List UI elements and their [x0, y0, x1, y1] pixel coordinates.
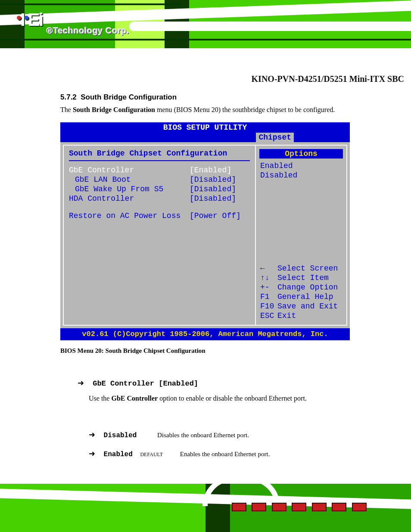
chip-icon — [332, 503, 346, 511]
desc-post: option to enable or disable the onboard … — [158, 395, 307, 402]
chip-icon — [352, 503, 367, 511]
trace-line — [0, 3, 181, 5]
options-list: Enabled Disabled — [256, 161, 346, 180]
help-row: ↑↓Select Item — [260, 273, 342, 283]
bios-help-keys: ←Select Screen ↑↓Select Item +-Change Op… — [260, 264, 342, 320]
options-header: Options — [259, 149, 343, 159]
chip-icon — [292, 503, 306, 511]
row-value: [Disabled] — [190, 194, 236, 203]
trace-line — [0, 39, 411, 40]
help-row: F1General Help — [260, 292, 342, 302]
section-number: 5.7.2 — [60, 93, 77, 101]
section-title: South Bridge Configuration — [81, 93, 177, 101]
row-label: GbE Controller — [69, 165, 190, 175]
desc-bold: GbE Controller — [111, 395, 158, 402]
row-label: Restore on AC Power Loss — [69, 211, 190, 221]
chip-icon — [232, 503, 246, 511]
bios-left-panel: South Bridge Chipset Configuration GbE C… — [63, 145, 255, 326]
help-row: +-Change Option — [260, 283, 342, 292]
header-swoosh — [129, 22, 411, 31]
opt-desc: Enables the onboard Ethernet port. — [180, 451, 270, 457]
chip-icon — [272, 503, 286, 511]
bios-title: BIOS SETUP UTILITY — [60, 122, 350, 133]
opt-name: Enabled — [104, 451, 133, 458]
row-label: GbE Wake Up From S5 — [69, 184, 190, 194]
bios-row-restore-ac[interactable]: Restore on AC Power Loss [Power Off] — [64, 211, 255, 221]
logo: •I•iEiEi — [16, 9, 42, 30]
chip-icon — [252, 503, 266, 511]
option-item-enabled: ➜ Enabled DEFAULT Enables the onboard Et… — [89, 449, 270, 458]
help-text: Save and Exit — [277, 302, 338, 311]
help-text: Select Item — [277, 274, 329, 282]
help-key: ESC — [260, 311, 277, 320]
option-item-disabled: ➜ Disabled Disables the onboard Ethernet… — [89, 430, 249, 439]
bios-rule — [69, 160, 250, 161]
bios-row-gbe-lan-boot[interactable]: GbE LAN Boot [Disabled] — [64, 175, 255, 184]
arrow-icon: ➜ — [89, 449, 95, 458]
bios-tab-chipset[interactable]: Chipset — [256, 133, 294, 142]
opt-name: Disabled — [104, 432, 137, 439]
bios-footer: v02.61 (C)Copyright 1985-2006, American … — [60, 328, 350, 340]
help-key: +- — [260, 283, 277, 292]
help-row: ESCExit — [260, 311, 342, 320]
help-text: Exit — [277, 311, 296, 320]
help-key: ↑↓ — [260, 273, 277, 283]
spacer — [64, 203, 255, 211]
help-key: ← — [260, 264, 277, 273]
page-root: { "header": { "brand_text": "®Technology… — [0, 0, 411, 532]
opt-tag: DEFAULT — [140, 451, 163, 457]
help-row: F10Save and Exit — [260, 302, 342, 311]
brand-text: ®Technology Corp. — [47, 26, 129, 36]
row-value: [Disabled] — [190, 175, 236, 184]
figure-caption: BIOS Menu 20: South Bridge Chipset Confi… — [60, 347, 206, 355]
row-value: [Power Off] — [190, 211, 241, 221]
help-text: Change Option — [277, 283, 338, 292]
row-value: [Enabled] — [190, 165, 231, 175]
option-enabled[interactable]: Enabled — [260, 161, 342, 171]
help-text: Select Screen — [277, 264, 338, 273]
opt-desc: Disables the onboard Ethernet port. — [157, 432, 249, 439]
footer-decoration — [0, 484, 411, 532]
lead-bold: South Bridge Configuration — [73, 106, 155, 113]
row-label: HDA Controller — [69, 194, 190, 203]
header-decoration: •I•iEiEi ®Technology Corp. — [0, 0, 411, 48]
help-text: General Help — [277, 292, 333, 301]
bios-screenshot: BIOS SETUP UTILITY Chipset South Bridge … — [60, 122, 350, 340]
option-heading: ➜ GbE Controller [Enabled] — [78, 378, 198, 388]
bios-row-hda-controller[interactable]: HDA Controller [Disabled] — [64, 194, 255, 203]
logo-dot-blue: • — [24, 9, 28, 26]
bios-right-panel: Options Enabled Disabled ←Select Screen … — [255, 145, 347, 326]
desc-pre: Use the — [89, 395, 111, 402]
option-disabled[interactable]: Disabled — [260, 171, 342, 180]
lead-post: menu (BIOS Menu 20) the southbridge chip… — [155, 106, 335, 113]
row-label: GbE LAN Boot — [69, 175, 190, 184]
chip-icon — [312, 503, 327, 511]
arrow-icon: ➜ — [89, 430, 95, 439]
bios-tab-bar: Chipset — [60, 133, 350, 142]
row-value: [Disabled] — [190, 184, 236, 194]
model-heading: KINO-PVN-D4251/D5251 Mini-ITX SBC — [0, 74, 404, 84]
help-key: F10 — [260, 302, 277, 311]
option-description: Use the GbE Controller option to enable … — [89, 392, 373, 405]
arrow-icon: ➜ — [78, 379, 84, 387]
help-key: F1 — [260, 292, 277, 302]
bios-row-gbe-wake-s5[interactable]: GbE Wake Up From S5 [Disabled] — [64, 184, 255, 194]
lead-pre: The — [60, 106, 73, 113]
section-heading: 5.7.2 South Bridge Configuration — [60, 93, 177, 102]
footer-chips — [230, 501, 394, 527]
bios-row-gbe-controller[interactable]: GbE Controller [Enabled] — [64, 165, 255, 175]
bios-panel-title: South Bridge Chipset Configuration — [64, 146, 255, 158]
option-heading-text: GbE Controller [Enabled] — [93, 380, 198, 388]
help-row: ←Select Screen — [260, 264, 342, 273]
section-lead: The South Bridge Configuration menu (BIO… — [60, 105, 371, 115]
logo-dot-red: • — [16, 9, 20, 26]
bios-body: South Bridge Chipset Configuration GbE C… — [60, 142, 350, 328]
